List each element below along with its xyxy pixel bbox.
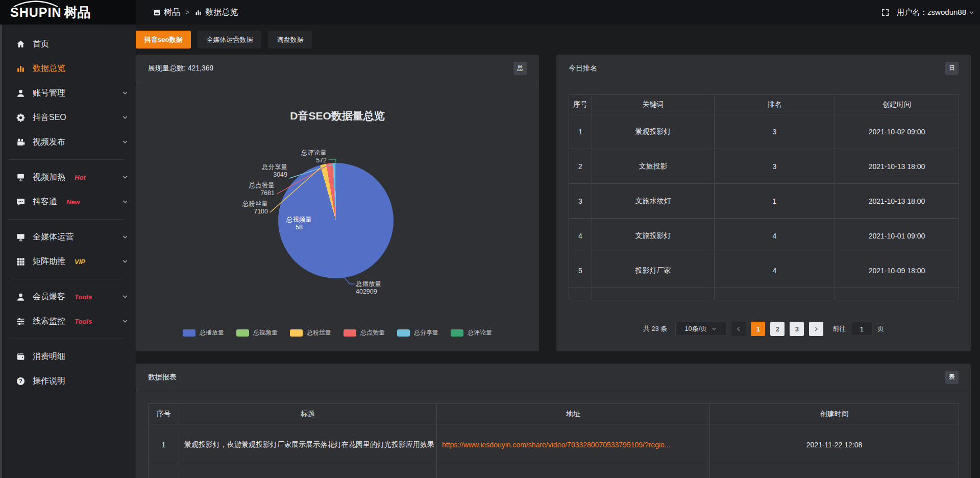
legend-item-总粉丝量[interactable]: 总粉丝量 (290, 328, 331, 337)
column-header: 排名 (715, 95, 835, 114)
legend-item-总视频量[interactable]: 总视频量 (236, 328, 278, 337)
sidebar: 首页数据总览账号管理抖音SEO视频发布视频加热Hot抖客通New全媒体运营矩阵助… (0, 25, 136, 478)
column-header: 关键词 (592, 95, 715, 114)
table-badge-button[interactable]: 表 (945, 371, 959, 384)
menu-divider (9, 219, 125, 220)
legend-label: 总视频量 (253, 328, 278, 337)
legend-item-总评论量[interactable]: 总评论量 (451, 328, 492, 337)
cell (592, 288, 715, 300)
table-row: 3文旅水纹灯12021-10-13 18:00 (569, 184, 959, 219)
legend-label: 总分享量 (414, 328, 438, 337)
today-ranking-title: 今日排名 (569, 64, 597, 73)
pie-label-name: 总评论量 (276, 149, 327, 157)
member-icon (15, 292, 26, 302)
table-row: 4文旅投影灯42021-10-01 09:00 (569, 219, 959, 253)
cell: 4 (569, 219, 592, 253)
cell-time: 2021-11-22 12:08 (710, 424, 959, 465)
sidebar-item-member-baoke[interactable]: 会员爆客Tools (0, 284, 136, 309)
data-report-title: 数据报表 (148, 373, 177, 382)
sidebar-item-operation-guide[interactable]: ?操作说明 (0, 369, 136, 393)
sliders-icon (15, 317, 26, 326)
page-button-3[interactable]: 3 (790, 322, 804, 336)
cell (710, 465, 959, 478)
chevron-down-icon (121, 318, 129, 325)
cell (569, 288, 592, 300)
legend-item-总点赞量[interactable]: 总点赞量 (344, 328, 385, 337)
sidebar-item-label: 账号管理 (33, 88, 65, 99)
sidebar-item-badge: New (66, 198, 80, 206)
prev-page-button[interactable] (731, 322, 746, 336)
sidebar-item-label: 首页 (33, 39, 49, 50)
sidebar-item-home[interactable]: 首页 (0, 32, 136, 56)
logo[interactable]: SHUPIN 树品 (0, 0, 136, 25)
page-button-2[interactable]: 2 (770, 322, 785, 336)
breadcrumb-item-data-overview[interactable]: 数据总览 (194, 7, 238, 18)
video-camera-icon (15, 137, 26, 147)
report-url-link[interactable]: https://www.iesdouyin.com/share/video/70… (442, 441, 671, 449)
legend-swatch (397, 329, 410, 337)
table-row: 1景观投影灯32021-10-02 09:00 (569, 114, 959, 149)
total-badge-button[interactable]: 总 (513, 62, 527, 75)
gear-icon (15, 113, 26, 123)
legend-item-总播放量[interactable]: 总播放量 (183, 328, 224, 337)
cell: 景观投影灯 (592, 114, 715, 149)
legend-label: 总粉丝量 (307, 328, 331, 337)
breadcrumb-separator: > (185, 8, 189, 16)
cell (715, 288, 835, 300)
sidebar-item-consumption-detail[interactable]: 消费明细 (0, 344, 136, 369)
sidebar-item-label: 消费明细 (33, 351, 65, 362)
pie-label-总分享量: 总分享量3049 (236, 163, 287, 179)
tab-inquiry-data[interactable]: 询盘数据 (268, 31, 312, 49)
chevron-down-icon (121, 293, 129, 300)
sidebar-scrollbar[interactable] (0, 25, 2, 478)
user-menu[interactable]: 用户名：zswodun88 (897, 8, 975, 17)
sidebar-item-video-publish[interactable]: 视频发布 (0, 130, 136, 154)
cell: 4 (715, 253, 835, 288)
sidebar-item-matrix-boost[interactable]: 矩阵助推VIP (0, 249, 136, 274)
sidebar-item-video-heating[interactable]: 视频加热Hot (0, 165, 136, 189)
cell: 2021-10-01 09:00 (835, 219, 959, 253)
tab-douyin-seo-data[interactable]: 抖音seo数据 (136, 31, 191, 49)
ranking-table: 序号关键词排名创建时间 1景观投影灯32021-10-02 09:002文旅投影… (569, 94, 959, 300)
page-size-select[interactable]: 10条/页 (675, 322, 726, 336)
seo-overview-panel-header: 展现量总数: 421,369 总 (136, 55, 539, 82)
sidebar-item-media-operation[interactable]: 全媒体运营 (0, 225, 136, 249)
sidebar-item-douyin-seo[interactable]: 抖音SEO (0, 105, 136, 130)
fullscreen-icon[interactable] (881, 8, 890, 17)
report-table: 序号标题地址创建时间 1景观投影灯，夜游景观投影灯厂家展示展示落花灯在花园里的灯… (148, 403, 959, 478)
chevron-down-icon (711, 326, 717, 332)
breadcrumb: 树品>数据总览 (136, 0, 881, 25)
sidebar-item-label: 抖音SEO (33, 112, 66, 123)
report-table-header-row: 序号标题地址创建时间 (149, 404, 959, 424)
column-header: 创建时间 (835, 95, 959, 114)
column-header: 标题 (179, 404, 437, 424)
legend-item-总分享量[interactable]: 总分享量 (397, 328, 438, 337)
cell: 文旅投影 (592, 149, 715, 184)
cell: 3 (715, 149, 835, 184)
page-button-1[interactable]: 1 (751, 322, 765, 336)
next-page-button[interactable] (809, 322, 823, 336)
home-icon (15, 39, 26, 49)
grid-icon (15, 257, 26, 267)
breadcrumb-item-shupin[interactable]: 树品 (153, 7, 180, 18)
bar-chart-icon (15, 64, 26, 74)
data-tabs: 抖音seo数据全媒体运营数据询盘数据 (136, 31, 971, 49)
sidebar-item-douketong[interactable]: 抖客通New (0, 189, 136, 214)
topbar: SHUPIN 树品 树品>数据总览 用户名：zswodun88 (0, 0, 980, 25)
sidebar-item-account-management[interactable]: 账号管理 (0, 81, 136, 105)
svg-text:?: ? (19, 378, 22, 384)
chevron-down-icon (121, 89, 129, 97)
ranking-table-header-row: 序号关键词排名创建时间 (569, 95, 959, 114)
sidebar-item-label: 会员爆客 (33, 292, 65, 302)
goto-page-input[interactable] (851, 322, 872, 336)
sidebar-item-lead-monitor[interactable]: 线索监控Tools (0, 309, 136, 333)
sidebar-item-label: 操作说明 (33, 376, 65, 387)
sidebar-item-label: 视频发布 (33, 137, 65, 148)
sidebar-item-data-overview[interactable]: 数据总览 (0, 56, 136, 81)
chevron-down-icon (121, 258, 129, 265)
tab-media-operation-data[interactable]: 全媒体运营数据 (198, 31, 261, 49)
sidebar-item-label: 线索监控 (33, 316, 65, 327)
column-header: 创建时间 (710, 404, 959, 424)
day-badge-button[interactable]: 日 (945, 62, 959, 75)
page-number-buttons: 123 (751, 322, 804, 336)
